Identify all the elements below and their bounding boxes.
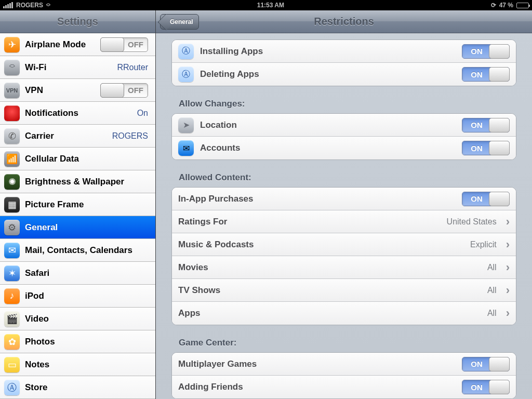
row-label: Movies: [178, 262, 481, 273]
sidebar-item-notifications[interactable]: Notifications On: [0, 102, 155, 125]
row-label: Accounts: [200, 143, 456, 153]
toggle-knob: [100, 83, 124, 98]
appstore-icon: Ⓐ: [178, 66, 194, 82]
sidebar-item-video[interactable]: 🎬 Video: [0, 308, 155, 330]
adding-friends-toggle[interactable]: ON: [462, 380, 510, 394]
detail-pane: General Restrictions Ⓐ Installing Apps O…: [156, 10, 532, 399]
sidebar-item-picture-frame[interactable]: ▦ Picture Frame: [0, 193, 155, 216]
allowed-content-group: In-App Purchases ON Ratings For United S…: [171, 187, 516, 325]
sidebar-item-mail[interactable]: ✉ Mail, Contacts, Calendars: [0, 239, 155, 262]
vpn-toggle[interactable]: OFF: [100, 83, 148, 98]
sidebar-item-label: Notifications: [25, 108, 132, 118]
row-multiplayer-games[interactable]: Multiplayer Games ON: [172, 353, 516, 376]
wifi-icon: ⌔: [46, 2, 50, 9]
row-value: United States: [447, 217, 497, 227]
sidebar-item-label: VPN: [25, 85, 95, 96]
installing-apps-toggle[interactable]: ON: [462, 44, 510, 59]
detail-scroll[interactable]: Ⓐ Installing Apps ON Ⓐ Deleting Apps ON: [156, 33, 532, 399]
chevron-right-icon: ›: [506, 262, 510, 273]
section-allowed-content: Allowed Content:: [179, 172, 516, 183]
sidebar-item-cellular[interactable]: 📶 Cellular Data: [0, 148, 155, 170]
row-in-app-purchases[interactable]: In-App Purchases ON: [172, 188, 516, 210]
row-installing-apps[interactable]: Ⓐ Installing Apps ON: [172, 40, 516, 63]
row-label: Adding Friends: [178, 382, 456, 392]
sidebar-nav: Settings: [0, 10, 155, 33]
row-label: Location: [200, 120, 456, 130]
notes-icon: ▭: [4, 357, 20, 373]
sidebar-list[interactable]: ✈ Airplane Mode OFF ⌔ Wi-Fi RRouter VPN …: [0, 33, 155, 399]
sidebar-item-airplane[interactable]: ✈ Airplane Mode OFF: [0, 33, 155, 56]
row-deleting-apps[interactable]: Ⓐ Deleting Apps ON: [172, 63, 516, 86]
sidebar-item-wifi[interactable]: ⌔ Wi-Fi RRouter: [0, 56, 155, 79]
row-music-podcasts[interactable]: Music & Podcasts Explicit ›: [172, 233, 516, 256]
sidebar-item-label: Notes: [25, 360, 148, 370]
row-movies[interactable]: Movies All ›: [172, 256, 516, 279]
sidebar-item-carrier[interactable]: ✆ Carrier ROGERS: [0, 125, 155, 148]
row-tv-shows[interactable]: TV Shows All ›: [172, 279, 516, 302]
row-ratings-for[interactable]: Ratings For United States ›: [172, 210, 516, 233]
cellular-icon: 📶: [4, 151, 20, 167]
row-label: Deleting Apps: [200, 69, 456, 79]
sidebar-item-label: Picture Frame: [25, 200, 148, 210]
sidebar-item-store[interactable]: Ⓐ Store: [0, 376, 155, 399]
row-label: Multiplayer Games: [178, 359, 456, 369]
multiplayer-toggle[interactable]: ON: [462, 357, 510, 371]
row-label: TV Shows: [178, 285, 481, 296]
signal-icon: [3, 2, 13, 8]
toggle-knob: [489, 67, 510, 82]
detail-title: Restrictions: [314, 16, 374, 28]
sidebar-item-label: Wi-Fi: [25, 62, 112, 73]
status-bar: ROGERS ⌔ 11:53 AM ⟳ 47 %: [0, 0, 532, 10]
sidebar-item-photos[interactable]: ✿ Photos: [0, 330, 155, 353]
sidebar-item-label: Photos: [25, 337, 148, 347]
airplane-toggle[interactable]: OFF: [100, 37, 148, 52]
sidebar-item-notes[interactable]: ▭ Notes: [0, 353, 155, 376]
iap-toggle[interactable]: ON: [462, 192, 510, 206]
sidebar-item-label: Brightness & Wallpaper: [25, 177, 148, 187]
carrier-label: ROGERS: [16, 2, 43, 9]
sidebar-item-general[interactable]: ⚙ General: [0, 216, 155, 239]
chevron-right-icon: ›: [506, 285, 510, 296]
clock: 11:53 AM: [257, 2, 284, 9]
location-toggle[interactable]: ON: [462, 118, 510, 132]
chevron-right-icon: ›: [506, 308, 510, 319]
battery-icon: [516, 3, 529, 8]
deleting-apps-toggle[interactable]: ON: [462, 67, 510, 82]
accounts-toggle[interactable]: ON: [462, 141, 510, 155]
sidebar-item-label: General: [25, 222, 148, 233]
restrictions-allow-group: Ⓐ Installing Apps ON Ⓐ Deleting Apps ON: [171, 39, 516, 86]
toggle-knob: [489, 357, 510, 371]
wifi-settings-icon: ⌔: [4, 60, 20, 75]
sidebar-item-label: iPod: [25, 291, 148, 301]
safari-icon: ✶: [4, 265, 20, 281]
appstore-icon: Ⓐ: [178, 44, 194, 59]
row-label: Installing Apps: [200, 46, 456, 57]
row-adding-friends[interactable]: Adding Friends ON: [172, 376, 516, 398]
video-icon: 🎬: [4, 311, 20, 327]
orientation-lock-icon: ⟳: [491, 2, 496, 9]
sidebar: Settings ✈ Airplane Mode OFF ⌔ Wi-Fi RRo…: [0, 10, 156, 399]
row-value: All: [487, 263, 497, 272]
chevron-right-icon: ›: [506, 216, 510, 228]
carrier-value: ROGERS: [112, 131, 148, 141]
sidebar-item-ipod[interactable]: ♪ iPod: [0, 285, 155, 308]
toggle-knob: [100, 37, 124, 52]
row-accounts[interactable]: ✉ Accounts ON: [172, 137, 516, 159]
sidebar-item-brightness[interactable]: ✺ Brightness & Wallpaper: [0, 170, 155, 193]
sidebar-item-label: Airplane Mode: [25, 39, 95, 50]
sidebar-item-vpn[interactable]: VPN VPN OFF: [0, 79, 155, 102]
sidebar-item-label: Mail, Contacts, Calendars: [25, 245, 148, 256]
sidebar-item-safari[interactable]: ✶ Safari: [0, 262, 155, 285]
row-location[interactable]: ➤ Location ON: [172, 114, 516, 137]
brightness-icon: ✺: [4, 174, 20, 190]
row-value: Explicit: [470, 240, 497, 249]
sidebar-item-label: Video: [25, 314, 148, 324]
back-button[interactable]: General: [160, 14, 199, 30]
detail-nav: General Restrictions: [156, 10, 532, 33]
row-apps[interactable]: Apps All ›: [172, 302, 516, 325]
row-label: Music & Podcasts: [178, 240, 464, 250]
toggle-knob: [489, 44, 510, 59]
game-center-group: Multiplayer Games ON Adding Friends ON: [171, 352, 516, 399]
row-value: All: [487, 286, 497, 295]
toggle-knob: [489, 380, 510, 394]
